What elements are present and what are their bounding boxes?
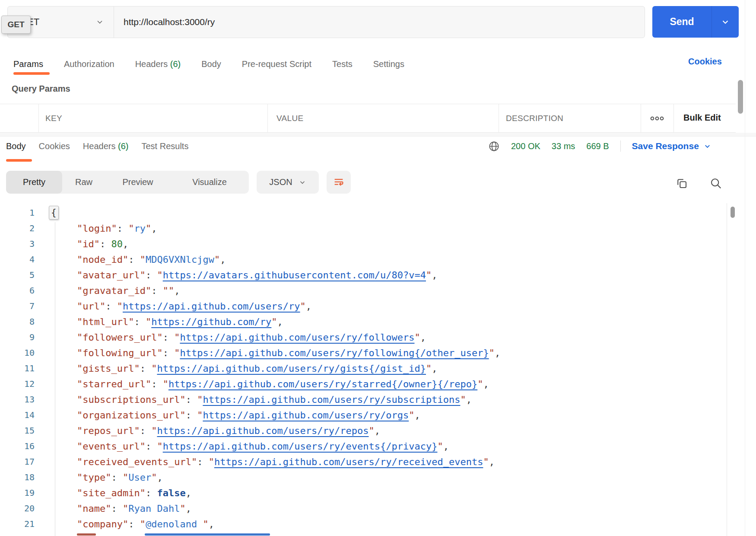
line-number: 17 [0, 456, 35, 467]
chevron-down-icon [703, 142, 712, 150]
format-wrap-icon [333, 176, 345, 188]
copy-response-button[interactable] [675, 177, 689, 191]
code-line: 3"id": 80, [0, 236, 727, 252]
line-number: 5 [0, 270, 35, 280]
view-preview[interactable]: Preview [105, 171, 170, 194]
active-response-tab-indicator [6, 159, 32, 162]
tab-authorization[interactable]: Authorization [64, 59, 114, 69]
code-line: 18"type": "User", [0, 469, 727, 485]
code-line: 9"followers_url": "https://api.github.co… [0, 329, 727, 345]
cookies-link[interactable]: Cookies [688, 57, 722, 67]
save-response-label: Save Response [632, 141, 699, 151]
scrollbar-track [745, 0, 745, 536]
line-number: 20 [0, 503, 35, 514]
line-number: 12 [0, 379, 35, 389]
code-line: 14"organizations_url": "https://api.gith… [0, 407, 727, 423]
pane-splitter[interactable] [0, 133, 756, 137]
code-line: 7"url": "https://api.github.com/users/ry… [0, 298, 727, 314]
code-line: 8"html_url": "https://github.com/ry", [0, 314, 727, 329]
copy-icon [675, 177, 688, 190]
fold-toggle[interactable]: { [49, 206, 59, 220]
code-line: 21"company": "@denoland ", [0, 516, 727, 532]
code-line: 2"login": "ry", [0, 220, 727, 236]
code-line: 15"repos_url": "https://api.github.com/u… [0, 423, 727, 438]
code-line: 1{ [0, 205, 727, 220]
response-tabs: Body Cookies Headers (6) Test Results [6, 138, 188, 154]
line-number: 16 [0, 441, 35, 451]
column-header-key: KEY [45, 114, 62, 123]
code-line: 17"received_events_url": "https://api.gi… [0, 454, 727, 469]
code-line: 20"name": "Ryan Dahl", [0, 501, 727, 516]
beautify-button[interactable] [327, 171, 351, 194]
code-scrollbar-thumb[interactable] [731, 207, 735, 218]
more-options-icon[interactable] [650, 115, 664, 122]
clipped-next-line [77, 533, 96, 536]
column-divider [38, 104, 39, 132]
search-response-button[interactable] [709, 177, 723, 191]
line-number: 2 [0, 223, 35, 233]
line-number: 8 [0, 316, 35, 327]
view-pretty[interactable]: Pretty [6, 171, 62, 194]
clipped-next-line [145, 533, 270, 536]
line-number: 14 [0, 410, 35, 420]
query-params-table: KEY VALUE DESCRIPTION Bulk Edit [0, 104, 736, 133]
code-line: 13"subscriptions_url": "https://api.gith… [0, 392, 727, 407]
tab-settings[interactable]: Settings [373, 59, 404, 69]
response-view-switcher: Pretty Raw Preview Visualize [6, 171, 249, 194]
line-number: 7 [0, 301, 35, 311]
tab-params[interactable]: Params [13, 59, 43, 69]
line-number: 6 [0, 285, 35, 296]
response-tab-cookies[interactable]: Cookies [39, 141, 70, 151]
code-line: 16"events_url": "https://api.github.com/… [0, 438, 727, 454]
code-line: 10"following_url": "https://api.github.c… [0, 345, 727, 361]
line-number: 4 [0, 254, 35, 265]
column-divider [641, 104, 641, 132]
response-tab-headers[interactable]: Headers (6) [83, 141, 129, 151]
code-line: 11"gists_url": "https://api.github.com/u… [0, 361, 727, 376]
column-header-value: VALUE [276, 114, 303, 123]
tab-headers[interactable]: Headers (6) [135, 59, 181, 69]
send-button[interactable]: Send [652, 6, 739, 38]
tab-pre-request-script[interactable]: Pre-request Script [242, 59, 311, 69]
response-tab-body[interactable]: Body [6, 141, 26, 151]
line-number: 19 [0, 488, 35, 498]
tab-body[interactable]: Body [201, 59, 221, 69]
active-tab-indicator [13, 72, 50, 75]
query-params-title: Query Params [12, 84, 70, 94]
language-dropdown[interactable]: JSON [257, 171, 319, 194]
line-number: 21 [0, 519, 35, 529]
response-meta: 200 OK 33 ms 669 B Save Response [488, 138, 712, 154]
line-number: 1 [0, 207, 35, 218]
postman-request-view: GET GET Send Params Authorization Header… [0, 0, 756, 536]
bulk-edit-button[interactable]: Bulk Edit [683, 113, 721, 123]
chevron-down-icon [95, 18, 104, 26]
tab-tests[interactable]: Tests [332, 59, 353, 69]
line-number: 3 [0, 239, 35, 249]
view-raw[interactable]: Raw [62, 171, 105, 194]
language-label: JSON [269, 177, 292, 187]
network-globe-icon[interactable] [488, 140, 500, 152]
line-number: 9 [0, 332, 35, 342]
column-divider [673, 104, 674, 132]
request-tabs: Params Authorization Headers (6) Body Pr… [13, 54, 404, 73]
column-header-description: DESCRIPTION [506, 114, 563, 123]
chevron-down-icon [299, 179, 306, 186]
send-options-chevron-icon[interactable] [712, 17, 739, 27]
line-number: 10 [0, 348, 35, 358]
line-number: 13 [0, 394, 35, 405]
window-scrollbar-thumb[interactable] [738, 80, 743, 114]
column-divider [499, 104, 499, 132]
line-number: 15 [0, 425, 35, 436]
response-tab-test-results[interactable]: Test Results [141, 141, 188, 151]
divider [620, 140, 621, 152]
url-input[interactable] [124, 6, 633, 38]
headers-count: (6) [170, 59, 181, 69]
code-line: 19"site_admin": false, [0, 485, 727, 501]
method-tooltip: GET [1, 16, 31, 34]
url-bar: GET [7, 6, 645, 38]
view-visualize[interactable]: Visualize [170, 171, 249, 194]
divider [114, 6, 114, 38]
response-time: 33 ms [552, 141, 575, 151]
save-response-button[interactable]: Save Response [632, 141, 712, 151]
code-line: 12"starred_url": "https://api.github.com… [0, 376, 727, 392]
